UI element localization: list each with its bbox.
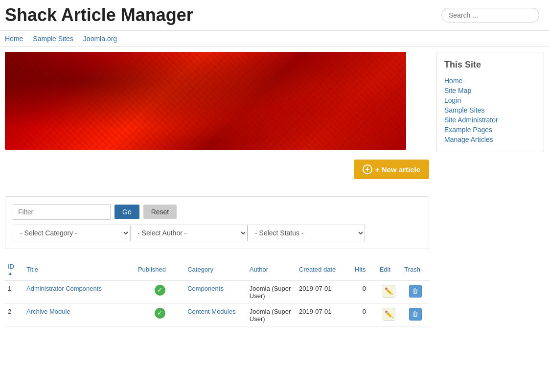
page-title: Shack Article Manager [5,5,193,25]
hero-image [5,52,406,150]
trash-icon[interactable]: 🗑 [409,285,422,298]
sort-arrows-id: ▲ [8,271,21,277]
sidebar: This Site HomeSite MapLoginSample SitesS… [436,52,544,152]
published-check-icon: ✓ [155,308,165,319]
th-trash: Trash [401,259,429,280]
cell-edit: ✏️ [377,280,402,303]
sidebar-link-login[interactable]: Login [444,95,536,105]
filter-input[interactable] [13,204,111,220]
cell-author: Joomla (Super User) [247,280,296,303]
reset-button[interactable]: Reset [143,205,177,219]
cell-trash: 🗑 [401,303,429,326]
table-header-row: ID ▲ Title Published Category Author Cre… [5,259,429,280]
cell-created-date: 2019-07-01 [296,303,352,326]
sidebar-link-site-map[interactable]: Site Map [444,86,536,95]
cell-published: ✓ [135,280,184,303]
published-check-icon: ✓ [155,285,165,296]
cell-published: ✓ [135,303,184,326]
sidebar-box: This Site HomeSite MapLoginSample SitesS… [436,52,544,152]
cell-category: Components [184,280,247,303]
th-author[interactable]: Author [247,259,296,280]
th-id[interactable]: ID ▲ [5,259,23,280]
main-nav: Home Sample Sites Joomla.org [0,31,549,47]
go-button[interactable]: Go [114,205,139,219]
filter-section: Go Reset - Select Category - - Select Au… [5,196,429,249]
articles-table: ID ▲ Title Published Category Author Cre… [5,259,429,327]
sidebar-links: HomeSite MapLoginSample SitesSite Admini… [444,76,536,144]
new-article-button[interactable]: + + New article [354,160,429,179]
author-select[interactable]: - Select Author - [130,225,248,241]
cell-id: 2 [5,303,23,326]
cell-hits: 0 [352,280,377,303]
nav-sample-sites[interactable]: Sample Sites [33,35,73,43]
category-link[interactable]: Content Modules [187,308,235,315]
cell-author: Joomla (Super User) [247,303,296,326]
edit-icon[interactable]: ✏️ [383,285,395,298]
cell-title: Archive Module [23,303,135,326]
cell-hits: 0 [352,303,377,326]
sidebar-link-sample-sites[interactable]: Sample Sites [444,105,536,115]
sidebar-link-home[interactable]: Home [444,76,536,86]
sidebar-title: This Site [444,60,536,70]
th-title[interactable]: Title [23,259,135,280]
th-created-date[interactable]: Created date [296,259,352,280]
cell-id: 1 [5,280,23,303]
nav-home[interactable]: Home [5,35,23,43]
page-header: Shack Article Manager [0,0,549,31]
cell-edit: ✏️ [377,303,402,326]
sidebar-link-example-pages[interactable]: Example Pages [444,125,536,135]
cell-trash: 🗑 [401,280,429,303]
article-link[interactable]: Administrator Components [26,285,102,292]
th-hits[interactable]: Hits [352,259,377,280]
new-article-label: + New article [375,165,420,174]
cell-category: Content Modules [184,303,247,326]
status-select[interactable]: - Select Status - [248,225,365,241]
search-input[interactable] [441,8,539,23]
th-edit: Edit [377,259,402,280]
sidebar-link-site-administrator[interactable]: Site Administrator [444,115,536,125]
filter-row-2: - Select Category - - Select Author - - … [13,225,421,241]
th-category[interactable]: Category [184,259,247,280]
th-published[interactable]: Published [135,259,184,280]
article-link[interactable]: Archive Module [26,308,70,315]
category-link[interactable]: Components [187,285,224,292]
category-select[interactable]: - Select Category - [13,225,130,241]
main-container: + + New article Go Reset - Select Catego… [0,47,549,332]
content-area: + + New article Go Reset - Select Catego… [5,52,429,327]
cell-created-date: 2019-07-01 [296,280,352,303]
table-row: 1 Administrator Components ✓ Components … [5,280,429,303]
sidebar-link-manage-articles[interactable]: Manage Articles [444,135,536,144]
nav-joomla-org[interactable]: Joomla.org [83,35,117,43]
table-row: 2 Archive Module ✓ Content Modules Jooml… [5,303,429,326]
trash-icon[interactable]: 🗑 [409,308,422,321]
edit-icon[interactable]: ✏️ [383,308,395,321]
plus-circle-icon: + [363,164,372,174]
filter-row-1: Go Reset [13,204,421,220]
cell-title: Administrator Components [23,280,135,303]
